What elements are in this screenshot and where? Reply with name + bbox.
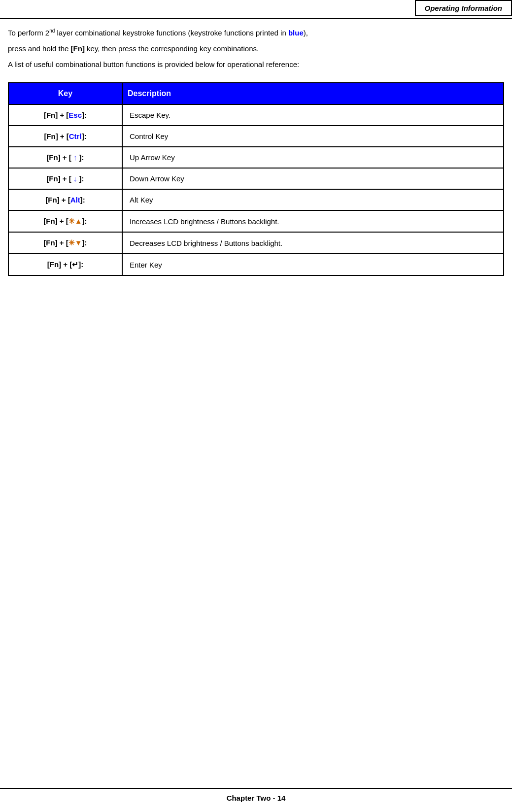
desc-cell-4: Alt Key [122,189,503,210]
main-content: To perform 2nd layer combinational keyst… [0,27,512,276]
table-row: [Fn] + [✳▼]:Decreases LCD brightness / B… [9,232,503,254]
desc-cell-5: Increases LCD brightness / Buttons backl… [122,210,503,232]
intro-line3: A list of useful combinational button fu… [8,60,299,68]
key-table-container: Key Description [Fn] + [Esc]:Escape Key.… [8,82,504,276]
desc-cell-0: Escape Key. [122,104,503,126]
key-cell-0: [Fn] + [Esc]: [9,104,122,126]
intro-text-part1: To perform 2nd layer combinational keyst… [8,29,288,37]
table-header-row: Key Description [9,83,503,104]
blue-keyword: blue [288,29,304,37]
table-row: [Fn] + [✳▲]:Increases LCD brightness / B… [9,210,503,232]
intro-paragraph-2: press and hold the [Fn] key, then press … [8,43,504,55]
table-row: [Fn] + [↵]:Enter Key [9,254,503,275]
intro-paragraph-3: A list of useful combinational button fu… [8,59,504,70]
desc-cell-2: Up Arrow Key [122,147,503,168]
desc-cell-3: Down Arrow Key [122,168,503,189]
header-title: Operating Information [415,0,512,16]
key-cell-7: [Fn] + [↵]: [9,254,122,275]
table-row: [Fn] + [Ctrl]:Control Key [9,126,503,147]
desc-cell-1: Control Key [122,126,503,147]
table-row: [Fn] + [Esc]:Escape Key. [9,104,503,126]
intro-line2: press and hold the [Fn] key, then press … [8,44,259,53]
table-row: [Fn] + [ ↑ ]:Up Arrow Key [9,147,503,168]
table-row: [Fn] + [Alt]:Alt Key [9,189,503,210]
col-key-header: Key [9,83,122,104]
key-cell-2: [Fn] + [ ↑ ]: [9,147,122,168]
desc-cell-6: Decreases LCD brightness / Buttons backl… [122,232,503,254]
key-cell-3: [Fn] + [ ↓ ]: [9,168,122,189]
intro-paragraph-1: To perform 2nd layer combinational keyst… [8,27,504,39]
header-bar: Operating Information [0,0,512,19]
key-cell-4: [Fn] + [Alt]: [9,189,122,210]
page-footer: Chapter Two - 14 [0,788,512,802]
key-cell-5: [Fn] + [✳▲]: [9,210,122,232]
table-row: [Fn] + [ ↓ ]:Down Arrow Key [9,168,503,189]
key-table: Key Description [Fn] + [Esc]:Escape Key.… [9,83,503,275]
desc-cell-7: Enter Key [122,254,503,275]
key-cell-6: [Fn] + [✳▼]: [9,232,122,254]
col-desc-header: Description [122,83,503,104]
intro-text-part3: ), [304,29,308,37]
key-cell-1: [Fn] + [Ctrl]: [9,126,122,147]
footer-text: Chapter Two - 14 [227,794,286,802]
